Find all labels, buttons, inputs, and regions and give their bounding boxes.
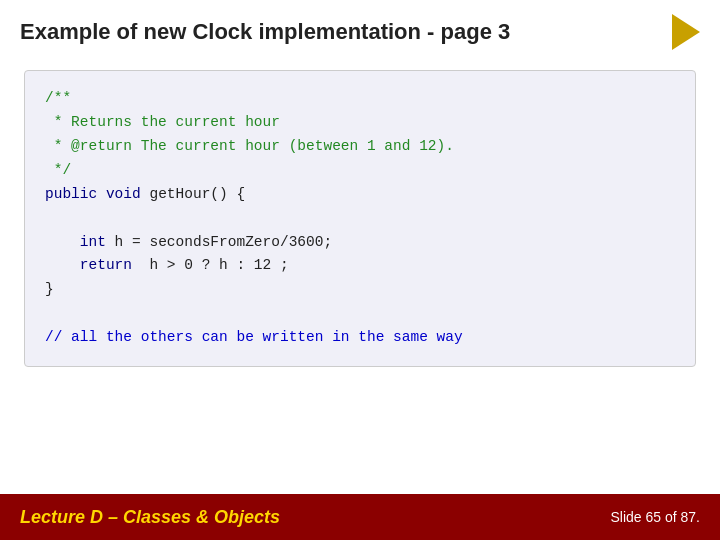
code-line-8: return h > 0 ? h : 12 ;	[45, 254, 675, 278]
code-line-5: public void getHour() {	[45, 183, 675, 207]
code-line-1: /**	[45, 87, 675, 111]
code-line-11: // all the others can be written in the …	[45, 326, 675, 350]
code-block: /** * Returns the current hour * @return…	[24, 70, 696, 367]
nav-arrow-icon[interactable]	[672, 14, 700, 50]
slide-footer: Lecture D – Classes & Objects Slide 65 o…	[0, 494, 720, 540]
slide-header: Example of new Clock implementation - pa…	[0, 0, 720, 60]
code-line-9: }	[45, 278, 675, 302]
slide-number: Slide 65 of 87.	[610, 509, 700, 525]
slide-title: Example of new Clock implementation - pa…	[20, 19, 510, 45]
code-line-6	[45, 207, 675, 231]
code-line-2: * Returns the current hour	[45, 111, 675, 135]
code-line-10	[45, 302, 675, 326]
footer-title: Lecture D – Classes & Objects	[20, 507, 280, 528]
code-line-7: int h = secondsFromZero/3600;	[45, 231, 675, 255]
code-line-4: */	[45, 159, 675, 183]
content-area: /** * Returns the current hour * @return…	[0, 60, 720, 494]
code-line-3: * @return The current hour (between 1 an…	[45, 135, 675, 159]
slide: Example of new Clock implementation - pa…	[0, 0, 720, 540]
